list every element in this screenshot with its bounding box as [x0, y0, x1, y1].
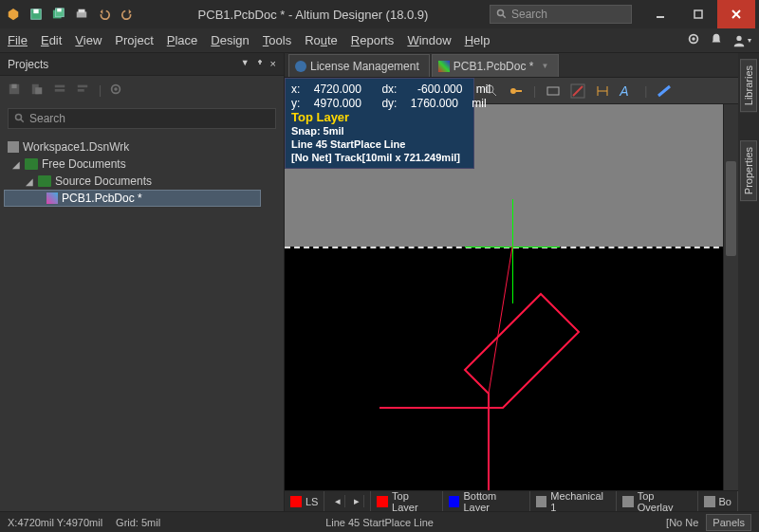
svg-line-27 — [21, 119, 24, 122]
svg-line-29 — [492, 92, 496, 96]
layer-nav[interactable]: ◂▸ — [324, 491, 371, 511]
menu-reports[interactable]: Reports — [351, 33, 395, 47]
expand-icon[interactable]: ◢ — [25, 176, 34, 187]
status-mode: Line 45 StartPlace Line — [325, 517, 434, 528]
save-icon[interactable] — [27, 5, 46, 24]
pin-icon[interactable] — [255, 58, 265, 71]
tab-close-icon[interactable]: ▼ — [541, 62, 548, 70]
svg-point-14 — [692, 37, 695, 41]
minimize-button[interactable] — [641, 0, 679, 28]
menu-design[interactable]: Design — [211, 33, 249, 47]
gear-icon[interactable] — [687, 32, 700, 48]
status-grid: Grid: 5mil — [116, 517, 160, 528]
close-button[interactable] — [717, 0, 755, 28]
layer-mechanical[interactable]: Mechanical 1 — [530, 491, 617, 511]
search-icon — [496, 9, 508, 20]
menu-file[interactable]: File — [8, 33, 28, 47]
layer-top-overlay[interactable]: Top Overlay — [617, 491, 697, 511]
status-net: [No Ne — [666, 517, 698, 528]
layer-ls[interactable]: LS — [285, 491, 324, 511]
bell-icon[interactable] — [710, 32, 723, 48]
tool-text-icon[interactable]: A — [620, 83, 635, 99]
svg-line-39 — [489, 247, 512, 394]
tool-measure-icon[interactable] — [595, 83, 610, 99]
svg-rect-10 — [694, 10, 702, 18]
maximize-button[interactable] — [679, 0, 717, 28]
home-icon — [295, 61, 306, 72]
menubar: File Edit View Project Place Design Tool… — [0, 28, 759, 53]
panel-close-icon[interactable]: × — [270, 58, 276, 71]
svg-rect-4 — [57, 9, 61, 12]
panel-menu-icon[interactable]: ▼ — [241, 58, 250, 71]
pcb-doc-icon — [438, 61, 450, 72]
menu-view[interactable]: View — [75, 33, 102, 47]
layer-bottom[interactable]: Bottom Layer — [443, 491, 530, 511]
window-controls — [641, 0, 755, 28]
user-icon[interactable]: ▾ — [732, 34, 751, 47]
menu-route[interactable]: Route — [305, 33, 338, 47]
titlebar-search[interactable]: Search — [490, 5, 632, 24]
status-xy: X:4720mil Y:4970mil — [8, 517, 102, 528]
tool-save-icon[interactable] — [8, 83, 23, 98]
svg-rect-1 — [33, 9, 38, 13]
print-icon[interactable] — [72, 5, 91, 24]
svg-rect-5 — [77, 11, 87, 17]
redo-icon[interactable] — [118, 5, 137, 24]
tool-compile-icon[interactable] — [30, 83, 46, 98]
workspace-icon — [8, 141, 19, 153]
projects-title: Projects — [8, 58, 48, 71]
menu-edit[interactable]: Edit — [41, 33, 62, 47]
tab-license[interactable]: License Management — [288, 54, 430, 77]
projects-tree: Workspace1.DsnWrk ◢ Free Documents ◢ Sou… — [0, 133, 284, 511]
svg-rect-21 — [55, 89, 65, 92]
tool-gear-icon[interactable] — [109, 83, 124, 98]
panels-button[interactable]: Panels — [706, 514, 751, 531]
tree-source-documents[interactable]: ◢ Source Documents — [4, 173, 280, 190]
svg-rect-23 — [78, 89, 84, 92]
svg-line-38 — [658, 86, 670, 96]
tool-stack1-icon[interactable] — [53, 83, 68, 98]
svg-rect-32 — [547, 87, 559, 95]
vertical-scrollbar[interactable] — [723, 104, 738, 490]
svg-rect-31 — [516, 90, 522, 92]
menu-window[interactable]: Window — [407, 33, 451, 47]
svg-rect-20 — [55, 85, 65, 88]
pcb-doc-icon — [46, 193, 58, 204]
titlebar-toolbar — [4, 5, 137, 24]
layer-bo[interactable]: Bo — [698, 491, 738, 511]
altium-logo-icon[interactable] — [4, 5, 23, 24]
tab-pcb[interactable]: PCB1.PcbDoc * ▼ — [432, 54, 560, 77]
svg-point-30 — [510, 88, 516, 94]
search-icon — [14, 113, 26, 124]
tab-libraries[interactable]: Libraries — [740, 59, 757, 112]
tree-pcb-doc[interactable]: PCB1.PcbDoc * — [4, 190, 261, 207]
projects-search[interactable]: Search — [8, 108, 276, 129]
tool-line-icon[interactable] — [570, 83, 585, 99]
save-all-icon[interactable] — [49, 5, 68, 24]
tool-rect-icon[interactable] — [546, 83, 561, 99]
tab-properties[interactable]: Properties — [740, 140, 757, 201]
projects-toolbar: | — [0, 76, 284, 104]
heads-up-display: x: 4720.000 dx: -600.000 mil y: 4970.000… — [285, 78, 474, 169]
undo-icon[interactable] — [95, 5, 114, 24]
menu-place[interactable]: Place — [167, 33, 198, 47]
folder-icon — [25, 158, 38, 170]
tool-route-icon[interactable] — [657, 83, 672, 99]
projects-header: Projects ▼ × — [0, 53, 284, 76]
layer-top[interactable]: Top Layer — [371, 491, 442, 511]
svg-point-26 — [16, 115, 22, 120]
window-title: PCB1.PcbDoc * - Altium Designer (18.0.9) — [137, 8, 490, 22]
menu-project[interactable]: Project — [115, 33, 153, 47]
editor-area: License Management PCB1.PcbDoc * ▼ x: 47… — [285, 53, 738, 511]
tree-free-documents[interactable]: ◢ Free Documents — [4, 156, 280, 173]
expand-icon[interactable]: ◢ — [11, 159, 21, 170]
tool-key-icon[interactable] — [509, 83, 524, 99]
scrollbar-thumb[interactable] — [726, 161, 736, 256]
tool-stack2-icon[interactable] — [76, 83, 91, 98]
menu-tools[interactable]: Tools — [263, 33, 291, 47]
svg-rect-17 — [11, 84, 16, 88]
layer-tabs: LS ◂▸ Top Layer Bottom Layer Mechanical … — [285, 490, 738, 511]
projects-panel: Projects ▼ × | Search Workspace1.DsnWrk — [0, 53, 285, 511]
menu-help[interactable]: Help — [465, 33, 491, 47]
tree-workspace[interactable]: Workspace1.DsnWrk — [4, 138, 280, 156]
